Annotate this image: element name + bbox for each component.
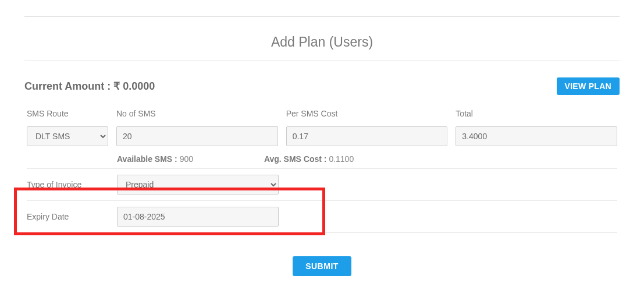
info-row: Available SMS : 900 Avg. SMS Cost : 0.11… — [27, 146, 617, 168]
per-sms-cost-label: Per SMS Cost — [286, 109, 448, 118]
top-divider — [24, 16, 620, 17]
no-of-sms-input[interactable] — [116, 126, 278, 146]
sms-route-select[interactable]: DLT SMS — [27, 126, 108, 146]
current-amount-label: Current Amount : ₹ 0.0000 — [24, 80, 155, 93]
page-title: Add Plan (Users) — [12, 34, 632, 50]
type-of-invoice-label: Type of Invoice — [27, 180, 117, 189]
type-of-invoice-select[interactable]: Prepaid — [117, 175, 279, 195]
sms-route-label: SMS Route — [27, 109, 108, 118]
no-of-sms-label: No of SMS — [116, 109, 278, 118]
total-input[interactable] — [456, 126, 617, 146]
expiry-date-label: Expiry Date — [27, 212, 117, 221]
available-sms-label: Available SMS : — [117, 154, 180, 164]
avg-sms-cost-value: 0.1100 — [329, 154, 354, 164]
view-plan-button[interactable]: VIEW PLAN — [557, 77, 620, 95]
title-divider — [24, 61, 620, 61]
available-sms-value: 900 — [180, 154, 193, 164]
per-sms-cost-input[interactable] — [286, 126, 448, 146]
total-label: Total — [456, 109, 617, 118]
avg-sms-cost-label: Avg. SMS Cost : — [264, 154, 329, 164]
submit-button[interactable]: SUBMIT — [293, 256, 351, 276]
expiry-date-input[interactable] — [117, 207, 279, 227]
